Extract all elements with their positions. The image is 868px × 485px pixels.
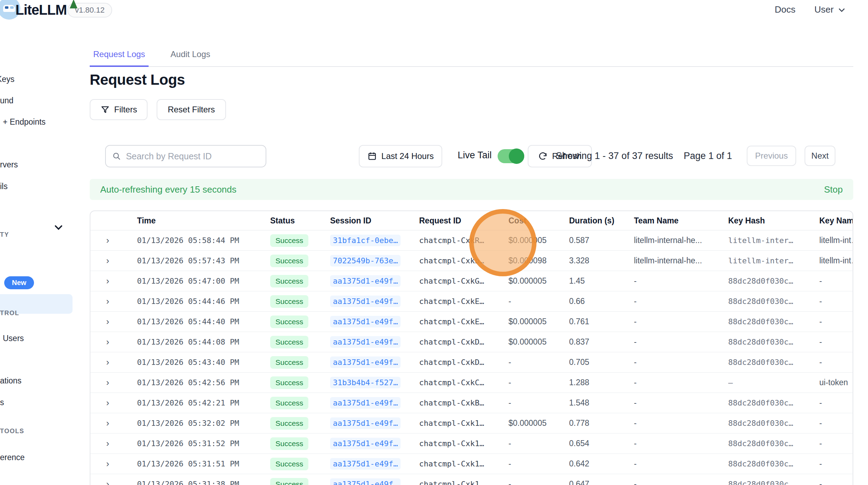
- expand-row-chevron-icon[interactable]: ›: [90, 479, 137, 485]
- previous-page-button[interactable]: Previous: [747, 146, 796, 166]
- cell-duration: 0.66: [569, 297, 634, 306]
- table-row: › 01/13/2026 05:43:40 PM Success aa1375d…: [90, 352, 853, 373]
- search-box[interactable]: [105, 145, 266, 167]
- filters-button[interactable]: Filters: [90, 99, 148, 120]
- search-input[interactable]: [126, 151, 259, 161]
- cell-key-name: litellm-int…: [819, 236, 853, 245]
- cell-key-hash: litellm-inter…: [728, 236, 819, 245]
- table-row: › 01/13/2026 05:58:44 PM Success 31bfa1c…: [90, 230, 853, 251]
- cell-team-name: -: [634, 479, 728, 485]
- expand-row-chevron-icon[interactable]: ›: [90, 296, 137, 307]
- col-team-name: Team Name: [634, 216, 728, 226]
- session-id-link[interactable]: 31b3b4b4-f527…: [330, 377, 401, 388]
- status-badge: Success: [270, 234, 308, 247]
- cell-duration: 1.288: [569, 378, 634, 387]
- expand-row-chevron-icon[interactable]: ›: [90, 276, 137, 286]
- cell-time: 01/13/2026 05:31:38 PM: [137, 480, 270, 485]
- session-id-link[interactable]: aa1375d1-e49f…: [330, 356, 401, 368]
- sidebar-item-guardrails[interactable]: ils: [0, 182, 8, 191]
- page-title: Request Logs: [90, 71, 185, 88]
- sidebar-section-access-control: TROL: [0, 310, 19, 317]
- expand-row-chevron-icon[interactable]: ›: [90, 418, 137, 429]
- brand-title: LiteLLM: [15, 2, 67, 18]
- cell-cost: $0.000005: [508, 418, 569, 428]
- cell-team-name: -: [634, 378, 728, 387]
- cell-key-hash: 88dc28d0f030c…: [728, 439, 819, 448]
- cell-key-name: ui-token: [819, 378, 853, 387]
- cell-time: 01/13/2026 05:44:08 PM: [137, 338, 270, 346]
- search-icon: [112, 151, 121, 161]
- session-id-link[interactable]: aa1375d1-e49f…: [330, 417, 401, 429]
- cell-team-name: -: [634, 439, 728, 448]
- expand-row-chevron-icon[interactable]: ›: [90, 458, 137, 469]
- sidebar-collapse-chevron-icon[interactable]: [53, 222, 64, 234]
- live-tail-toggle[interactable]: [498, 149, 524, 163]
- expand-row-chevron-icon[interactable]: ›: [90, 235, 137, 246]
- expand-row-chevron-icon[interactable]: ›: [90, 337, 137, 347]
- sidebar-item-keys[interactable]: Keys: [0, 75, 14, 84]
- table-row: › 01/13/2026 05:44:08 PM Success aa1375d…: [90, 332, 853, 352]
- expand-row-chevron-icon[interactable]: ›: [90, 357, 137, 368]
- sidebar-item-playground[interactable]: und: [0, 96, 13, 105]
- col-key-name: Key Name: [819, 216, 853, 226]
- session-id-link[interactable]: aa1375d1-e49f…: [330, 316, 401, 327]
- col-cost: Cost: [508, 216, 569, 226]
- refresh-icon: [538, 151, 548, 161]
- col-time: Time: [137, 216, 270, 226]
- expand-row-chevron-icon[interactable]: ›: [90, 255, 137, 266]
- expand-row-chevron-icon[interactable]: ›: [90, 377, 137, 388]
- sidebar-item-organizations[interactable]: ations: [0, 376, 21, 386]
- sidebar-item-users[interactable]: Users: [3, 334, 24, 343]
- expand-row-chevron-icon[interactable]: ›: [90, 397, 137, 408]
- session-id-link[interactable]: aa1375d1-e49f…: [330, 458, 401, 470]
- table-row: › 01/13/2026 05:32:02 PM Success aa1375d…: [90, 413, 853, 434]
- request-logs-table: Time Status Session ID Request ID Cost D…: [90, 210, 853, 485]
- auto-refresh-text: Auto-refreshing every 15 seconds: [100, 184, 237, 195]
- sidebar-item-teams[interactable]: s: [0, 398, 4, 407]
- cell-duration: 3.328: [569, 256, 634, 265]
- cell-cost: $0.000005: [508, 337, 569, 347]
- status-badge: Success: [270, 336, 308, 348]
- session-id-link[interactable]: 31bfa1cf-0ebe…: [330, 235, 401, 246]
- cell-duration: 0.705: [569, 358, 634, 367]
- status-badge: Success: [270, 437, 308, 450]
- cell-key-name: litellm-int…: [819, 256, 853, 265]
- cell-request-id: chatcmpl-CxkD…: [419, 358, 508, 367]
- funnel-icon: [100, 105, 110, 115]
- live-tail-label: Live Tail: [458, 150, 492, 161]
- cell-key-name: -: [819, 276, 853, 286]
- session-id-link[interactable]: 7022549b-763e…: [330, 255, 401, 266]
- toolbar: Last 24 Hours Live Tail Refresh Showing …: [90, 145, 853, 167]
- session-id-link[interactable]: aa1375d1-e49f…: [330, 275, 401, 287]
- tab-request-logs[interactable]: Request Logs: [90, 49, 149, 67]
- session-id-link[interactable]: aa1375d1-e49f…: [330, 296, 401, 307]
- sidebar-item-api-reference[interactable]: erence: [0, 453, 25, 462]
- user-menu[interactable]: User: [814, 4, 846, 15]
- sidebar-item-servers[interactable]: rvers: [0, 160, 18, 169]
- time-range-button[interactable]: Last 24 Hours: [359, 145, 442, 167]
- cell-team-name: -: [634, 276, 728, 286]
- cell-duration: 0.761: [569, 317, 634, 326]
- cell-time: 01/13/2026 05:47:00 PM: [137, 277, 270, 285]
- cell-cost: -: [508, 398, 569, 408]
- cell-request-id: chatcmpl-Cxkb…: [419, 256, 508, 265]
- expand-row-chevron-icon[interactable]: ›: [90, 316, 137, 327]
- col-duration: Duration (s): [569, 216, 634, 226]
- table-row: › 01/13/2026 05:31:51 PM Success aa1375d…: [90, 454, 853, 474]
- stop-auto-refresh-link[interactable]: Stop: [824, 184, 843, 195]
- tab-audit-logs[interactable]: Audit Logs: [167, 49, 214, 65]
- next-page-button[interactable]: Next: [805, 146, 835, 166]
- session-id-link[interactable]: aa1375d1-e49f…: [330, 336, 401, 348]
- docs-link[interactable]: Docs: [775, 4, 795, 15]
- cell-key-name: -: [819, 398, 853, 408]
- user-menu-label: User: [814, 4, 834, 15]
- session-id-link[interactable]: aa1375d1-e49f…: [330, 478, 401, 485]
- sidebar-item-models-endpoints[interactable]: + Endpoints: [3, 117, 46, 127]
- table-row: › 01/13/2026 05:31:52 PM Success aa1375d…: [90, 434, 853, 454]
- session-id-link[interactable]: aa1375d1-e49f…: [330, 438, 401, 449]
- top-nav: LiteLLM v1.80.12 Docs User: [0, 0, 868, 20]
- session-id-link[interactable]: aa1375d1-e49f…: [330, 397, 401, 409]
- reset-filters-button[interactable]: Reset Filters: [157, 99, 226, 120]
- cell-duration: 0.587: [569, 236, 634, 245]
- expand-row-chevron-icon[interactable]: ›: [90, 438, 137, 449]
